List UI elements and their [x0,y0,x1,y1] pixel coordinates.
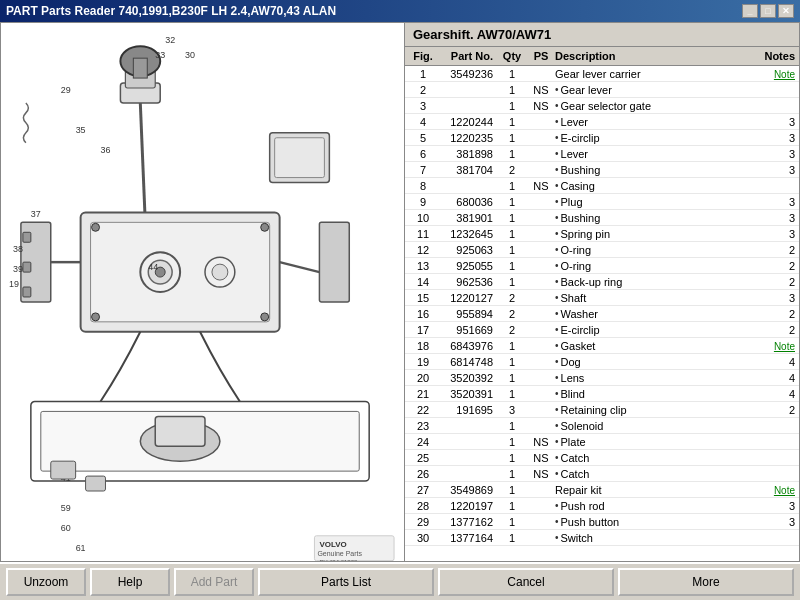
svg-text:37: 37 [31,209,41,219]
table-row[interactable]: 5 1220235 1 • E-circlip 3 [405,130,799,146]
row-desc: • Plate [555,436,755,448]
row-desc: • Shaft [555,292,755,304]
row-desc: • Catch [555,452,755,464]
row-ps: NS [527,180,555,192]
table-row[interactable]: 24 1 NS • Plate [405,434,799,450]
parts-panel: Gearshift. AW70/AW71 Fig. Part No. Qty P… [405,22,800,562]
bullet-icon: • [555,148,559,159]
row-notes: 2 [755,244,795,256]
table-row[interactable]: 3 1 NS • Gear selector gate [405,98,799,114]
parts-diagram[interactable]: 29 33 32 30 35 36 37 38 39 19 44 41 59 6… [1,23,404,561]
title-bar: PART Parts Reader 740,1991,B230F LH 2.4,… [0,0,800,22]
row-fig: 1 [409,68,437,80]
row-desc: • Gear lever [555,84,755,96]
row-notes: 2 [755,276,795,288]
svg-text:44: 44 [148,262,158,272]
row-desc: • Bushing [555,212,755,224]
row-desc: • E-circlip [555,132,755,144]
table-row[interactable]: 22 191695 3 • Retaining clip 2 [405,402,799,418]
row-notes: 2 [755,308,795,320]
cancel-button[interactable]: Cancel [438,568,614,596]
table-row[interactable]: 23 1 • Solenoid [405,418,799,434]
note-link[interactable]: Note [774,69,795,80]
table-row[interactable]: 13 925055 1 • O-ring 2 [405,258,799,274]
row-notes: 3 [755,500,795,512]
table-row[interactable]: 18 6843976 1 • Gasket Note [405,338,799,354]
window-controls[interactable]: _ □ ✕ [742,4,794,18]
table-row[interactable]: 6 381898 1 • Lever 3 [405,146,799,162]
table-row[interactable]: 7 381704 2 • Bushing 3 [405,162,799,178]
row-notes: 3 [755,212,795,224]
svg-text:29: 29 [61,85,71,95]
row-fig: 25 [409,452,437,464]
bullet-icon: • [555,324,559,335]
table-row[interactable]: 30 1377164 1 • Switch [405,530,799,546]
row-qty: 1 [497,100,527,112]
note-link[interactable]: Note [774,341,795,352]
table-row[interactable]: 16 955894 2 • Washer 2 [405,306,799,322]
table-row[interactable]: 12 925063 1 • O-ring 2 [405,242,799,258]
table-row[interactable]: 27 3549869 1 Repair kit Note [405,482,799,498]
table-row[interactable]: 11 1232645 1 • Spring pin 3 [405,226,799,242]
table-row[interactable]: 21 3520391 1 • Blind 4 [405,386,799,402]
table-row[interactable]: 1 3549236 1 Gear lever carrier Note [405,66,799,82]
row-desc: Repair kit [555,484,755,496]
maximize-button[interactable]: □ [760,4,776,18]
bullet-icon: • [555,404,559,415]
row-partno: 951669 [437,324,497,336]
row-fig: 9 [409,196,437,208]
row-partno: 191695 [437,404,497,416]
row-desc: • O-ring [555,260,755,272]
row-partno: 925063 [437,244,497,256]
table-row[interactable]: 8 1 NS • Casing [405,178,799,194]
row-qty: 1 [497,372,527,384]
table-row[interactable]: 28 1220197 1 • Push rod 3 [405,498,799,514]
row-desc: • Dog [555,356,755,368]
parts-list-button[interactable]: Parts List [258,568,434,596]
more-button[interactable]: More [618,568,794,596]
table-row[interactable]: 14 962536 1 • Back-up ring 2 [405,274,799,290]
table-row[interactable]: 29 1377162 1 • Push button 3 [405,514,799,530]
unzoom-button[interactable]: Unzoom [6,568,86,596]
bullet-icon: • [555,276,559,287]
row-partno: 3549236 [437,68,497,80]
row-qty: 1 [497,84,527,96]
row-qty: 1 [497,340,527,352]
parts-list[interactable]: 1 3549236 1 Gear lever carrier Note 2 1 … [405,66,799,561]
row-desc: • Gasket [555,340,755,352]
row-qty: 1 [497,436,527,448]
row-notes: 3 [755,228,795,240]
table-row[interactable]: 2 1 NS • Gear lever [405,82,799,98]
table-row[interactable]: 19 6814748 1 • Dog 4 [405,354,799,370]
close-button[interactable]: ✕ [778,4,794,18]
row-desc: • Spring pin [555,228,755,240]
row-fig: 7 [409,164,437,176]
table-row[interactable]: 15 1220127 2 • Shaft 3 [405,290,799,306]
row-desc: • Gear selector gate [555,100,755,112]
svg-text:VOLVO: VOLVO [319,540,346,549]
row-ps: NS [527,468,555,480]
row-notes: 2 [755,260,795,272]
row-qty: 1 [497,180,527,192]
add-part-button[interactable]: Add Part [174,568,254,596]
table-row[interactable]: 26 1 NS • Catch [405,466,799,482]
row-notes: Note [755,68,795,80]
table-row[interactable]: 20 3520392 1 • Lens 4 [405,370,799,386]
row-fig: 21 [409,388,437,400]
row-qty: 1 [497,148,527,160]
row-partno: 1220197 [437,500,497,512]
table-row[interactable]: 25 1 NS • Catch [405,450,799,466]
bullet-icon: • [555,356,559,367]
table-row[interactable]: 10 381901 1 • Bushing 3 [405,210,799,226]
bullet-icon: • [555,452,559,463]
help-button[interactable]: Help [90,568,170,596]
row-fig: 30 [409,532,437,544]
row-notes: Note [755,340,795,352]
table-row[interactable]: 4 1220244 1 • Lever 3 [405,114,799,130]
row-desc: • Catch [555,468,755,480]
row-desc: • Lever [555,148,755,160]
table-row[interactable]: 17 951669 2 • E-circlip 2 [405,322,799,338]
table-row[interactable]: 9 680036 1 • Plug 3 [405,194,799,210]
note-link[interactable]: Note [774,485,795,496]
minimize-button[interactable]: _ [742,4,758,18]
